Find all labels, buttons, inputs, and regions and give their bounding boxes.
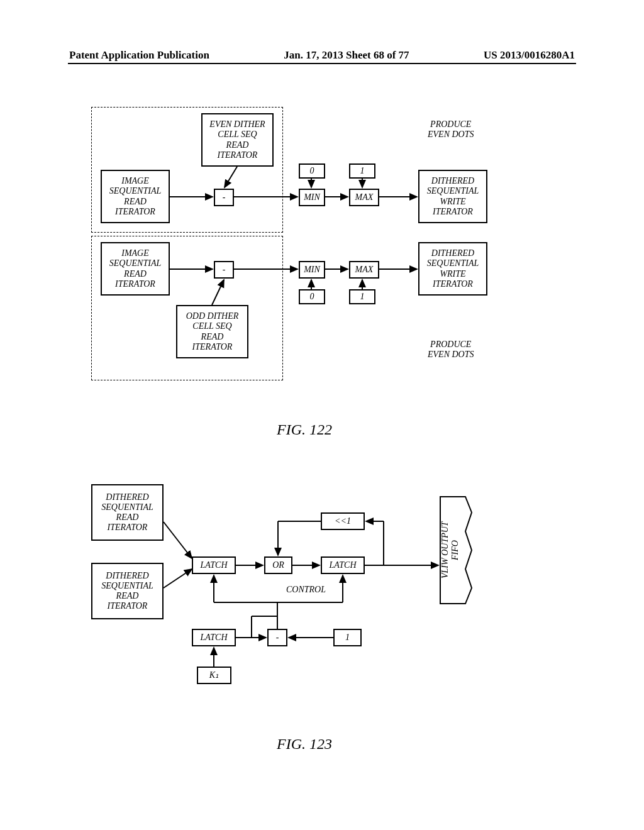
block-dithered-read-1: DITHERED SEQUENTIAL READ ITERATOR: [91, 484, 164, 541]
block-even-dither: EVEN DITHER CELL SEQ READ ITERATOR: [201, 113, 274, 167]
block-latch-1: LATCH: [192, 556, 236, 574]
block-max-top: MAX: [349, 189, 379, 206]
header-mid: Jan. 17, 2013 Sheet 68 of 77: [284, 49, 409, 62]
block-one-123: 1: [333, 629, 362, 646]
block-min-bot: MIN: [299, 261, 325, 279]
block-one-top: 1: [349, 163, 375, 179]
block-dithered-write-top: DITHERED SEQUENTIAL WRITE ITERATOR: [418, 170, 487, 223]
block-image-iter-bot: IMAGE SEQUENTIAL READ ITERATOR: [101, 242, 170, 296]
block-max-bot: MAX: [349, 261, 379, 279]
block-one-bot: 1: [349, 289, 375, 304]
header-right: US 2013/0016280A1: [484, 49, 575, 62]
block-dithered-read-2: DITHERED SEQUENTIAL READ ITERATOR: [91, 563, 164, 619]
block-sub-123: -: [267, 629, 287, 646]
block-dithered-write-bot: DITHERED SEQUENTIAL WRITE ITERATOR: [418, 242, 487, 296]
header-left: Patent Application Publication: [69, 49, 209, 62]
figure-123-caption: FIG. 123: [277, 736, 332, 753]
svg-line-14: [164, 522, 192, 558]
block-latch-2: LATCH: [321, 556, 365, 574]
block-sub-top: -: [214, 189, 234, 206]
block-sub-bot: -: [214, 261, 234, 279]
label-produce-even-bot: PRODUCE EVEN DOTS: [428, 340, 474, 360]
block-or: OR: [264, 556, 292, 574]
block-shl: <<1: [321, 512, 365, 530]
block-image-iter-top: IMAGE SEQUENTIAL READ ITERATOR: [101, 170, 170, 223]
page-header: Patent Application Publication Jan. 17, …: [0, 49, 644, 62]
figure-122-caption: FIG. 122: [277, 421, 332, 438]
label-fifo: VLIW OUTPUT FIFO: [440, 500, 453, 600]
block-zero-bot: 0: [299, 289, 325, 304]
block-min-top: MIN: [299, 189, 325, 206]
svg-line-15: [164, 569, 192, 588]
label-control: CONTROL: [286, 585, 326, 595]
block-k1: K₁: [197, 667, 231, 684]
block-latch-3: LATCH: [192, 629, 236, 646]
block-odd-dither: ODD DITHER CELL SEQ READ ITERATOR: [176, 305, 248, 358]
block-zero-top: 0: [299, 163, 325, 179]
label-produce-even-top: PRODUCE EVEN DOTS: [428, 119, 474, 140]
header-rule: [68, 63, 576, 64]
